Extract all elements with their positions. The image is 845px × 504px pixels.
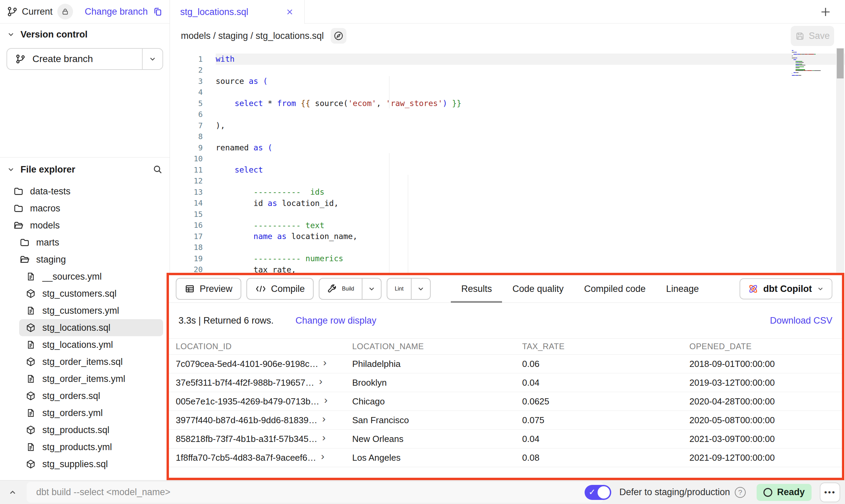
code-line-2[interactable]: 2: [170, 65, 845, 76]
help-icon[interactable]: ?: [735, 487, 746, 498]
code-line-10[interactable]: 10: [170, 153, 845, 165]
scrollbar-thumb[interactable]: [837, 48, 844, 78]
code-line-4[interactable]: 4: [170, 87, 845, 98]
code-line-12[interactable]: 12: [170, 176, 845, 187]
code-line-16[interactable]: 16 ---------- text: [170, 220, 845, 231]
chevron-down-icon: [7, 30, 15, 39]
panel-tab-lineage[interactable]: Lineage: [656, 275, 709, 302]
code-line-14[interactable]: 14 id as location_id,: [170, 198, 845, 209]
code-line-11[interactable]: 11 select: [170, 164, 845, 176]
code-line-13[interactable]: 13 ---------- ids: [170, 187, 845, 198]
panel-tab-results[interactable]: Results: [451, 275, 502, 302]
line-number: 19: [170, 254, 216, 263]
file-item-stg-locations-yml[interactable]: stg_locations.yml: [0, 336, 170, 353]
create-branch-button[interactable]: Create branch: [6, 48, 163, 70]
file-item-data-tests[interactable]: data-tests: [0, 183, 170, 200]
file-item-marts[interactable]: marts: [0, 234, 170, 251]
code-line-19[interactable]: 19 ---------- numerics: [170, 253, 845, 264]
file-doc-icon: [25, 374, 36, 384]
code-text: name as location_name,: [216, 232, 357, 241]
cell-opened-date: 2020-04-28T00:00:00: [683, 396, 842, 407]
cell-location-id: 7c079cea-5ed4-4101-906e-9198c…›: [169, 359, 345, 369]
defer-toggle[interactable]: ✓: [585, 485, 611, 500]
tab-stg-locations[interactable]: stg_locations.sql: [170, 0, 305, 24]
lineage-compass-icon[interactable]: [331, 28, 346, 44]
change-row-display-link[interactable]: Change row display: [296, 315, 376, 326]
file-item--sources-yml[interactable]: __sources.yml: [0, 268, 170, 285]
file-item-stg-order-items-yml[interactable]: stg_order_items.yml: [0, 370, 170, 387]
file-item-stg-products-sql[interactable]: stg_products.sql: [0, 421, 170, 439]
file-item-stg-locations-sql[interactable]: stg_locations.sql: [19, 319, 163, 336]
change-branch-link[interactable]: Change branch: [85, 6, 148, 17]
file-item-staging[interactable]: staging: [0, 251, 170, 268]
dbt-copilot-label: dbt Copilot: [763, 284, 812, 294]
file-item-stg-customers-yml[interactable]: stg_customers.yml: [0, 302, 170, 319]
code-line-6[interactable]: 6: [170, 109, 845, 120]
lint-button[interactable]: Lint: [387, 278, 431, 300]
code-text: source as (: [216, 77, 268, 86]
line-number: 17: [170, 232, 216, 241]
code-text: ---------- ids: [216, 188, 325, 196]
code-line-5[interactable]: 5 select * from {{ source('ecom', 'raw_s…: [170, 98, 845, 109]
code-text: ---------- text: [216, 221, 325, 230]
create-branch-dropdown[interactable]: [142, 49, 162, 69]
row-expand-icon[interactable]: ›: [319, 378, 323, 385]
download-csv-link[interactable]: Download CSV: [770, 315, 832, 326]
code-line-9[interactable]: 9renamed as (: [170, 142, 845, 153]
preview-button[interactable]: Preview: [176, 278, 241, 300]
indent-guide: [389, 76, 389, 108]
code-text: ),: [216, 121, 225, 130]
file-item-models[interactable]: models: [0, 217, 170, 234]
file-item-label: staging: [36, 254, 66, 265]
editor-scrollbar[interactable]: [836, 48, 844, 272]
new-tab-icon[interactable]: [820, 6, 831, 18]
close-icon[interactable]: [285, 8, 294, 16]
copy-icon[interactable]: [153, 6, 163, 17]
panel-tab-compiled-code[interactable]: Compiled code: [574, 275, 656, 302]
code-line-17[interactable]: 17 name as location_name,: [170, 231, 845, 242]
ready-circle-icon: [763, 488, 772, 497]
minimap[interactable]: [792, 50, 830, 76]
row-expand-icon[interactable]: ›: [321, 453, 324, 460]
code-line-8[interactable]: 8: [170, 131, 845, 143]
file-item-stg-orders-sql[interactable]: stg_orders.sql: [0, 387, 170, 404]
cell-location-name: Philadelphia: [345, 359, 515, 369]
file-explorer-header[interactable]: File explorer: [0, 158, 170, 181]
save-button[interactable]: Save: [791, 26, 834, 46]
model-cube-icon: [25, 391, 36, 401]
model-cube-icon: [25, 459, 36, 469]
status-badge[interactable]: Ready: [757, 484, 812, 501]
code-text: select * from {{ source('ecom', 'raw_sto…: [216, 99, 461, 108]
file-item-stg-order-items-sql[interactable]: stg_order_items.sql: [0, 353, 170, 370]
code-line-3[interactable]: 3source as (: [170, 76, 845, 87]
code-line-7[interactable]: 7),: [170, 120, 845, 131]
compile-button[interactable]: Compile: [246, 278, 314, 300]
dbt-command-input[interactable]: dbt build --select <model_name>: [27, 482, 603, 503]
overflow-menu-button[interactable]: •••: [820, 483, 840, 502]
row-expand-icon[interactable]: ›: [322, 434, 326, 441]
sidebar: Current Change branch Version control: [0, 0, 170, 480]
file-item-label: stg_customers.sql: [42, 288, 117, 299]
row-expand-icon[interactable]: ›: [324, 397, 328, 403]
chevron-up-icon[interactable]: [8, 488, 17, 497]
version-control-header[interactable]: Version control: [0, 24, 170, 45]
code-line-1[interactable]: 1with: [170, 54, 845, 65]
file-item-macros[interactable]: macros: [0, 200, 170, 217]
build-dropdown[interactable]: [362, 279, 381, 299]
lint-label: Lint: [395, 286, 404, 292]
row-expand-icon[interactable]: ›: [323, 359, 327, 366]
code-line-15[interactable]: 15: [170, 209, 845, 220]
search-icon[interactable]: [153, 164, 163, 175]
row-expand-icon[interactable]: ›: [322, 415, 326, 422]
file-item-stg-supplies-sql[interactable]: stg_supplies.sql: [0, 456, 170, 473]
code-text: with: [216, 55, 234, 63]
lint-dropdown[interactable]: [411, 279, 430, 299]
code-line-18[interactable]: 18: [170, 242, 845, 253]
dbt-copilot-button[interactable]: dbt Copilot: [740, 278, 832, 299]
file-item-stg-products-yml[interactable]: stg_products.yml: [0, 439, 170, 456]
panel-tab-code-quality[interactable]: Code quality: [502, 275, 574, 302]
breadcrumb: models / staging / stg_locations.sql: [181, 31, 324, 41]
build-button[interactable]: Build: [319, 278, 382, 300]
file-item-stg-orders-yml[interactable]: stg_orders.yml: [0, 404, 170, 421]
file-item-stg-customers-sql[interactable]: stg_customers.sql: [0, 285, 170, 302]
